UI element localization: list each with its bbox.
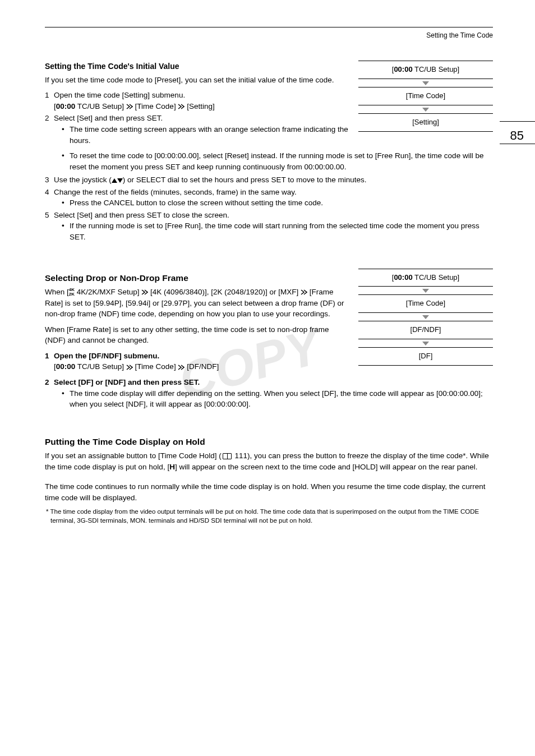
up-arrow-icon xyxy=(112,178,117,183)
menu-label: [Setting] xyxy=(412,118,439,126)
4k2k-icon: 4K2K xyxy=(69,288,75,297)
menu-level: [DF] xyxy=(358,347,493,366)
menu-level: [Time Code] xyxy=(358,294,493,313)
step-text: Select [DF] or [NDF] and then press SET. xyxy=(54,378,200,386)
menu-prefix: 00:00 xyxy=(394,273,412,282)
path-seg: [DF/NDF] xyxy=(187,362,219,371)
para-seg: If you set an assignable button to [Time… xyxy=(45,451,222,460)
step: Open the time code [Setting] submenu. [0… xyxy=(45,90,350,112)
para-seg: ] will appear on the screen next to the … xyxy=(175,463,478,471)
menu-level: [Setting] xyxy=(358,113,493,132)
step: Change the rest of the fields (minutes, … xyxy=(45,187,493,209)
menu-prefix: 00:00 xyxy=(394,65,412,73)
bullet: Press the CANCEL button to close the scr… xyxy=(62,197,493,209)
path-seg: 00:00 xyxy=(56,362,76,371)
section3-para1: If you set an assignable button to [Time… xyxy=(45,450,493,472)
menu-label: TC/UB Setup] xyxy=(413,65,460,73)
menu-arrow-icon xyxy=(126,104,133,109)
section2-title: Selecting Drop or Non-Drop Frame xyxy=(45,272,350,284)
menu-arrow-icon xyxy=(141,289,148,295)
menu-level: [DF/NDF] xyxy=(358,321,493,339)
section3-title: Putting the Time Code Display on Hold xyxy=(45,436,493,448)
section1-intro: If you set the time code mode to [Preset… xyxy=(45,75,350,86)
menu-path: [00:00 TC/UB Setup] [Time Code] [DF/NDF] xyxy=(54,361,350,372)
page-number: 85 xyxy=(510,127,524,145)
section2-intro-b: When [Frame Rate] is set to any other se… xyxy=(45,324,350,346)
step-text-b: ) or SELECT dial to set the hours and pr… xyxy=(123,176,367,184)
bullet: If the running mode is set to [Free Run]… xyxy=(62,220,493,242)
path-seg: [Time Code] xyxy=(135,102,178,110)
path-seg: 00:00 xyxy=(56,102,76,110)
menu-arrow-icon xyxy=(126,365,133,370)
step: Select [Set] and then press SET. The tim… xyxy=(45,113,350,146)
intro-seg: [4K (4096/3840)], [2K (2048/1920)] or [M… xyxy=(150,288,301,296)
step-text-a: Use the joystick ( xyxy=(54,176,112,184)
footnote: * The time code display from the video o… xyxy=(45,508,493,525)
section-hold: Putting the Time Code Display on Hold If… xyxy=(45,436,493,525)
header-breadcrumb: Setting the Time Code xyxy=(45,31,493,40)
step: Open the [DF/NDF] submenu. [00:00 TC/UB … xyxy=(45,351,350,372)
path-seg: [Time Code] xyxy=(135,362,178,371)
menu-label: [DF/NDF] xyxy=(411,325,441,334)
intro-seg: When [ xyxy=(45,288,69,296)
menu-label: [Time Code] xyxy=(406,91,445,100)
page-number-rule xyxy=(500,121,535,122)
step: Select [Set] and then press SET to close… xyxy=(45,210,493,243)
menu-label: [Time Code] xyxy=(406,299,445,307)
bullet: To reset the time code to [00:00:00.00],… xyxy=(62,150,493,172)
step-text: Change the rest of the fields (minutes, … xyxy=(54,188,297,196)
path-seg: TC/UB Setup] xyxy=(75,362,126,371)
step-text: Select [Set] and then press SET. xyxy=(54,114,163,122)
step-text: Open the time code [Setting] submenu. xyxy=(54,91,185,99)
header-rule xyxy=(45,27,493,27)
menu-arrow-icon xyxy=(178,365,185,370)
menu-level: [00:00 TC/UB Setup] xyxy=(358,269,493,287)
bullet: The time code setting screen appears wit… xyxy=(62,124,350,146)
step: Select [DF] or [NDF] and then press SET.… xyxy=(45,377,493,410)
manual-ref-icon xyxy=(223,453,232,459)
section2-intro: When [4K2K 4K/2K/MXF Setup] [4K (4096/38… xyxy=(45,287,350,320)
menu-level: [Time Code] xyxy=(358,87,493,105)
step-text: Open the [DF/NDF] submenu. xyxy=(54,352,159,360)
page-number-rule xyxy=(500,144,535,144)
section1-title: Setting the Time Code's Initial Value xyxy=(45,61,350,72)
section-initial-value: Setting the Time Code's Initial Value If… xyxy=(45,61,493,147)
menu-label: [DF] xyxy=(419,352,433,360)
menu-label: TC/UB Setup] xyxy=(413,273,460,282)
path-seg: TC/UB Setup] xyxy=(75,102,126,110)
step: Use the joystick () or SELECT dial to se… xyxy=(45,174,493,186)
step-text: Select [Set] and then press SET to close… xyxy=(54,211,229,219)
section3-para2: The time code continues to run normally … xyxy=(45,481,493,503)
menu-hierarchy: [00:00 TC/UB Setup] [Time Code] [Setting… xyxy=(358,61,493,147)
intro-seg: 4K/2K/MXF Setup] xyxy=(75,288,141,296)
menu-arrow-icon xyxy=(301,289,307,295)
menu-hierarchy: [00:00 TC/UB Setup] [Time Code] [DF/NDF]… xyxy=(358,269,493,374)
menu-level: [00:00 TC/UB Setup] xyxy=(358,61,493,79)
section-df-ndf: Selecting Drop or Non-Drop Frame When [4… xyxy=(45,269,493,374)
down-arrow-icon xyxy=(117,178,123,183)
menu-arrow-icon xyxy=(178,104,185,109)
continued-bullets: To reset the time code to [00:00:00.00],… xyxy=(45,150,493,172)
para-seg: H xyxy=(169,463,175,471)
path-seg: [Setting] xyxy=(187,102,215,110)
bullet: The time code display will differ depend… xyxy=(62,388,493,410)
menu-path: [00:00 TC/UB Setup] [Time Code] [Setting… xyxy=(54,101,350,112)
